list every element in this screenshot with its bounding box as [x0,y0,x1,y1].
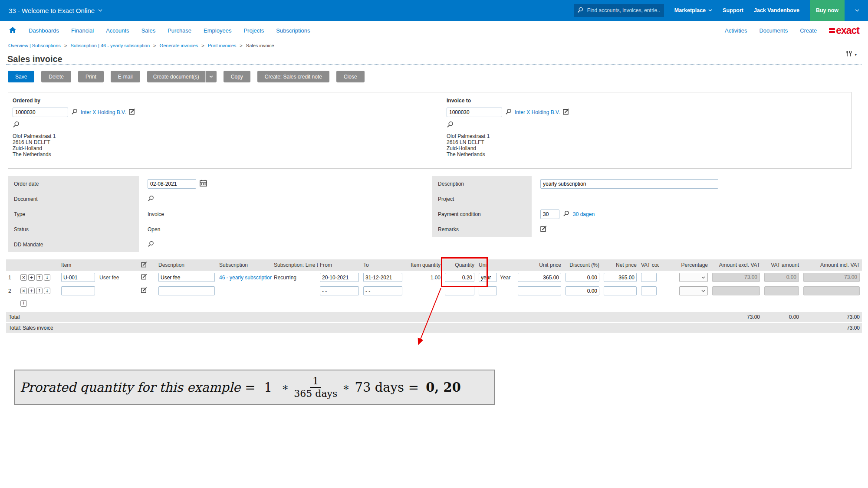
delete-button[interactable]: Delete [41,71,71,82]
breadcrumb-link-subscription[interactable]: Subscription | 46 - yearly subscription [70,43,150,48]
quantity-input[interactable] [445,286,474,295]
item-code-input[interactable] [61,273,95,282]
create-documents-button[interactable]: Create document(s) [147,71,217,82]
nav-dashboards[interactable]: Dashboards [29,27,59,34]
delete-row-button[interactable]: × [20,288,27,294]
invoice-line-row: 2 × + ↑ ↓ [6,284,862,298]
create-documents-dropdown[interactable] [205,71,217,82]
search-icon[interactable] [148,195,154,203]
address-line: Olof Palmestraat 1 [447,133,716,139]
to-date-input[interactable] [363,286,402,295]
percentage-select[interactable] [679,286,708,295]
invoice-lines-table: Item Description Subscription Subscripti… [6,259,862,333]
buy-now-button[interactable]: Buy now [810,0,845,21]
from-date-input[interactable] [320,273,359,282]
move-row-up-button[interactable]: ↑ [36,274,43,281]
nav-projects[interactable]: Projects [243,27,264,34]
ordered-by-account-link[interactable]: Inter X Holding B.V. [81,109,126,115]
invoice-to-account-input[interactable] [447,108,502,117]
edit-note-icon[interactable] [540,226,547,233]
support-link[interactable]: Support [723,7,743,13]
move-row-down-button[interactable]: ↓ [44,274,50,281]
email-button[interactable]: E-mail [111,71,140,82]
print-button[interactable]: Print [78,71,104,82]
unit-code-input[interactable] [479,286,497,295]
invoice-to-account-link[interactable]: Inter X Holding B.V. [515,109,560,115]
copy-button[interactable]: Copy [224,71,250,82]
home-icon[interactable] [9,26,16,35]
discount-input[interactable] [566,286,599,295]
net-price-input[interactable] [604,273,637,282]
customize-menu[interactable]: ▾ [845,50,857,59]
ordered-by-account-input[interactable] [13,108,68,117]
search-icon[interactable] [71,108,78,116]
nav-documents[interactable]: Documents [759,27,788,34]
search-input[interactable] [586,7,661,14]
contact-search-icon[interactable] [13,121,282,129]
fraction-numerator: 1 [310,376,321,387]
quantity-input[interactable] [445,273,474,282]
to-date-input[interactable] [363,273,402,282]
percentage-select[interactable] [679,273,708,282]
nav-subscriptions[interactable]: Subscriptions [276,27,310,34]
marketplace-menu[interactable]: Marketplace [674,7,712,13]
vat-code-input[interactable] [641,273,657,282]
save-button[interactable]: Save [8,71,34,82]
edit-note-icon[interactable] [139,274,156,281]
nav-create[interactable]: Create [800,27,817,34]
nav-activities[interactable]: Activities [725,27,747,34]
breadcrumb-link-overview-subscriptions[interactable]: Overview | Subscriptions [8,43,61,48]
division-title[interactable]: 33 - Welcome to Exact Online [9,7,95,14]
subscription-link[interactable]: 46 - yearly subscription [219,275,272,281]
item-code-input[interactable] [61,286,95,295]
line-description-input[interactable] [158,273,215,282]
net-price-input[interactable] [604,286,637,295]
discount-input[interactable] [566,273,599,282]
nav-accounts[interactable]: Accounts [106,27,129,34]
topbar-chevron-down-icon[interactable] [855,7,859,13]
nav-sales[interactable]: Sales [141,27,156,34]
insert-row-button[interactable]: + [28,274,35,281]
create-credit-note-button[interactable]: Create: Sales credit note [257,71,329,82]
line-description-input[interactable] [158,286,215,295]
contact-search-icon[interactable] [447,121,716,129]
breadcrumb-link-generate-invoices[interactable]: Generate invoices [160,43,198,48]
exact-logo[interactable]: exact [829,26,859,36]
chevron-down-icon [708,9,712,12]
unit-code-input[interactable] [479,273,497,282]
search-icon[interactable] [148,241,154,249]
add-row-button[interactable]: + [20,300,27,307]
order-date-input[interactable] [148,179,196,189]
sales-invoice-page: 33 - Welcome to Exact Online Marketplace… [0,0,868,488]
payment-condition-link[interactable]: 30 dagen [573,211,595,217]
from-date-input[interactable] [320,286,359,295]
search-icon[interactable] [505,108,512,116]
nav-employees[interactable]: Employees [204,27,231,34]
edit-note-icon[interactable] [563,108,569,116]
exact-logo-equals [829,27,835,34]
nav-financial[interactable]: Financial [71,27,94,34]
edit-note-icon[interactable] [139,287,156,295]
grand-total-row: Total: Sales invoice 73.00 [6,323,862,333]
unit-price-input[interactable] [518,286,561,295]
row-actions: × + ↑ ↓ [17,274,59,281]
vat-code-input[interactable] [641,286,657,295]
calendar-icon[interactable] [200,180,207,188]
delete-row-button[interactable]: × [20,274,27,281]
move-row-up-button[interactable]: ↑ [36,288,43,294]
division-chevron-down-icon[interactable] [98,7,102,13]
nav-purchase[interactable]: Purchase [168,27,191,34]
unit-price-input[interactable] [518,273,561,282]
close-button[interactable]: Close [336,71,365,82]
insert-row-button[interactable]: + [28,288,35,294]
search-icon[interactable] [563,210,569,218]
breadcrumb-link-print-invoices[interactable]: Print invoices [208,43,236,48]
move-row-down-button[interactable]: ↓ [44,288,50,294]
user-menu[interactable]: Jack Vandenbove [754,7,799,13]
edit-note-icon[interactable] [129,108,135,116]
description-label: Description [432,176,532,191]
page-title: Sales invoice [7,54,62,64]
payment-condition-input[interactable] [540,210,559,219]
details-right: Description Project Payment condition 30… [432,176,859,237]
description-input[interactable] [540,179,718,189]
